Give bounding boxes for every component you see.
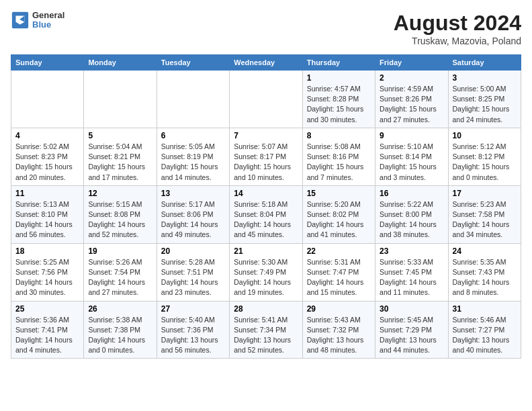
weekday-header: Friday [375, 55, 448, 71]
day-number: 13 [161, 189, 225, 198]
day-number: 5 [88, 131, 152, 140]
calendar-cell: 2Sunrise: 4:59 AMSunset: 8:26 PMDaylight… [375, 71, 448, 128]
day-info: Sunrise: 4:59 AMSunset: 8:26 PMDaylight:… [380, 84, 443, 125]
day-info: Sunrise: 5:15 AMSunset: 8:08 PMDaylight:… [88, 199, 152, 240]
calendar-cell: 5Sunrise: 5:04 AMSunset: 8:21 PMDaylight… [84, 128, 157, 185]
calendar-cell: 29Sunrise: 5:43 AMSunset: 7:32 PMDayligh… [302, 301, 375, 359]
calendar-cell: 7Sunrise: 5:07 AMSunset: 8:17 PMDaylight… [230, 128, 302, 185]
day-info: Sunrise: 5:46 AMSunset: 7:27 PMDaylight:… [453, 315, 517, 356]
day-info: Sunrise: 5:20 AMSunset: 8:02 PMDaylight:… [307, 199, 371, 240]
calendar-cell: 27Sunrise: 5:40 AMSunset: 7:36 PMDayligh… [157, 301, 229, 359]
day-info: Sunrise: 5:05 AMSunset: 8:19 PMDaylight:… [161, 142, 225, 183]
weekday-header: Sunday [11, 55, 84, 71]
logo-icon [11, 11, 30, 30]
day-number: 26 [88, 304, 152, 314]
calendar-cell: 26Sunrise: 5:38 AMSunset: 7:38 PMDayligh… [84, 301, 157, 359]
day-info: Sunrise: 5:07 AMSunset: 8:17 PMDaylight:… [234, 142, 298, 183]
calendar-cell: 23Sunrise: 5:33 AMSunset: 7:45 PMDayligh… [375, 243, 448, 301]
calendar-cell: 13Sunrise: 5:17 AMSunset: 8:06 PMDayligh… [157, 185, 229, 243]
subtitle: Truskaw, Mazovia, Poland [394, 36, 521, 46]
weekday-header: Thursday [302, 55, 375, 71]
day-info: Sunrise: 5:33 AMSunset: 7:45 PMDaylight:… [380, 257, 443, 298]
day-info: Sunrise: 5:35 AMSunset: 7:43 PMDaylight:… [453, 257, 517, 298]
logo-text: General Blue [32, 11, 64, 30]
day-info: Sunrise: 5:41 AMSunset: 7:34 PMDaylight:… [234, 315, 298, 356]
day-number: 2 [380, 73, 443, 83]
calendar-cell: 3Sunrise: 5:00 AMSunset: 8:25 PMDaylight… [448, 71, 521, 128]
day-number: 16 [380, 189, 443, 198]
calendar-cell: 4Sunrise: 5:02 AMSunset: 8:23 PMDaylight… [11, 128, 84, 185]
day-info: Sunrise: 5:23 AMSunset: 7:58 PMDaylight:… [453, 199, 517, 240]
day-number: 14 [234, 189, 298, 198]
calendar-week-row: 18Sunrise: 5:25 AMSunset: 7:56 PMDayligh… [11, 243, 521, 301]
day-number: 30 [380, 304, 443, 314]
day-info: Sunrise: 5:26 AMSunset: 7:54 PMDaylight:… [88, 257, 152, 298]
calendar-cell: 21Sunrise: 5:30 AMSunset: 7:49 PMDayligh… [230, 243, 302, 301]
day-number: 18 [15, 246, 79, 256]
day-number: 4 [15, 131, 79, 140]
calendar-cell: 18Sunrise: 5:25 AMSunset: 7:56 PMDayligh… [11, 243, 84, 301]
calendar-cell: 10Sunrise: 5:12 AMSunset: 8:12 PMDayligh… [448, 128, 521, 185]
calendar-week-row: 1Sunrise: 4:57 AMSunset: 8:28 PMDaylight… [11, 71, 521, 128]
day-number: 22 [307, 246, 371, 256]
day-info: Sunrise: 5:12 AMSunset: 8:12 PMDaylight:… [453, 142, 517, 183]
day-number: 15 [307, 189, 371, 198]
logo: General Blue [11, 11, 64, 30]
calendar-cell: 19Sunrise: 5:26 AMSunset: 7:54 PMDayligh… [84, 243, 157, 301]
day-info: Sunrise: 5:22 AMSunset: 8:00 PMDaylight:… [380, 199, 443, 240]
day-number: 10 [453, 131, 517, 140]
day-info: Sunrise: 5:45 AMSunset: 7:29 PMDaylight:… [380, 315, 443, 356]
weekday-header: Monday [84, 55, 157, 71]
day-number: 6 [161, 131, 225, 140]
day-number: 7 [234, 131, 298, 140]
calendar-cell: 8Sunrise: 5:08 AMSunset: 8:16 PMDaylight… [302, 128, 375, 185]
calendar-cell: 22Sunrise: 5:31 AMSunset: 7:47 PMDayligh… [302, 243, 375, 301]
day-info: Sunrise: 5:04 AMSunset: 8:21 PMDaylight:… [88, 142, 152, 183]
day-info: Sunrise: 5:30 AMSunset: 7:49 PMDaylight:… [234, 257, 298, 298]
calendar-week-row: 25Sunrise: 5:36 AMSunset: 7:41 PMDayligh… [11, 301, 521, 359]
calendar-cell: 30Sunrise: 5:45 AMSunset: 7:29 PMDayligh… [375, 301, 448, 359]
page-header: General Blue August 2024 Truskaw, Mazovi… [11, 11, 521, 46]
day-info: Sunrise: 5:08 AMSunset: 8:16 PMDaylight:… [307, 142, 371, 183]
calendar-cell: 15Sunrise: 5:20 AMSunset: 8:02 PMDayligh… [302, 185, 375, 243]
day-info: Sunrise: 5:18 AMSunset: 8:04 PMDaylight:… [234, 199, 298, 240]
calendar-cell [11, 71, 84, 128]
day-number: 25 [15, 304, 79, 314]
day-number: 19 [88, 246, 152, 256]
weekday-header: Wednesday [230, 55, 302, 71]
header-row: SundayMondayTuesdayWednesdayThursdayFrid… [11, 55, 521, 71]
calendar-cell: 1Sunrise: 4:57 AMSunset: 8:28 PMDaylight… [302, 71, 375, 128]
day-info: Sunrise: 5:02 AMSunset: 8:23 PMDaylight:… [15, 142, 79, 183]
calendar-cell: 11Sunrise: 5:13 AMSunset: 8:10 PMDayligh… [11, 185, 84, 243]
day-number: 31 [453, 304, 517, 314]
calendar-cell: 6Sunrise: 5:05 AMSunset: 8:19 PMDaylight… [157, 128, 229, 185]
day-number: 27 [161, 304, 225, 314]
main-title: August 2024 [394, 11, 521, 36]
calendar-body: 1Sunrise: 4:57 AMSunset: 8:28 PMDaylight… [11, 71, 521, 359]
day-info: Sunrise: 5:28 AMSunset: 7:51 PMDaylight:… [161, 257, 225, 298]
day-number: 23 [380, 246, 443, 256]
weekday-header: Tuesday [157, 55, 229, 71]
day-number: 9 [380, 131, 443, 140]
calendar-cell: 25Sunrise: 5:36 AMSunset: 7:41 PMDayligh… [11, 301, 84, 359]
day-info: Sunrise: 5:10 AMSunset: 8:14 PMDaylight:… [380, 142, 443, 183]
day-info: Sunrise: 4:57 AMSunset: 8:28 PMDaylight:… [307, 84, 371, 125]
calendar-cell: 24Sunrise: 5:35 AMSunset: 7:43 PMDayligh… [448, 243, 521, 301]
day-number: 20 [161, 246, 225, 256]
day-info: Sunrise: 5:25 AMSunset: 7:56 PMDaylight:… [15, 257, 79, 298]
calendar-cell: 28Sunrise: 5:41 AMSunset: 7:34 PMDayligh… [230, 301, 302, 359]
calendar-cell [157, 71, 229, 128]
calendar-cell [230, 71, 302, 128]
day-number: 29 [307, 304, 371, 314]
calendar-table: SundayMondayTuesdayWednesdayThursdayFrid… [11, 54, 521, 359]
day-info: Sunrise: 5:40 AMSunset: 7:36 PMDaylight:… [161, 315, 225, 356]
day-info: Sunrise: 5:13 AMSunset: 8:10 PMDaylight:… [15, 199, 79, 240]
calendar-header: SundayMondayTuesdayWednesdayThursdayFrid… [11, 55, 521, 71]
day-number: 28 [234, 304, 298, 314]
calendar-cell [84, 71, 157, 128]
calendar-cell: 31Sunrise: 5:46 AMSunset: 7:27 PMDayligh… [448, 301, 521, 359]
day-number: 8 [307, 131, 371, 140]
day-number: 12 [88, 189, 152, 198]
day-number: 24 [453, 246, 517, 256]
day-number: 21 [234, 246, 298, 256]
